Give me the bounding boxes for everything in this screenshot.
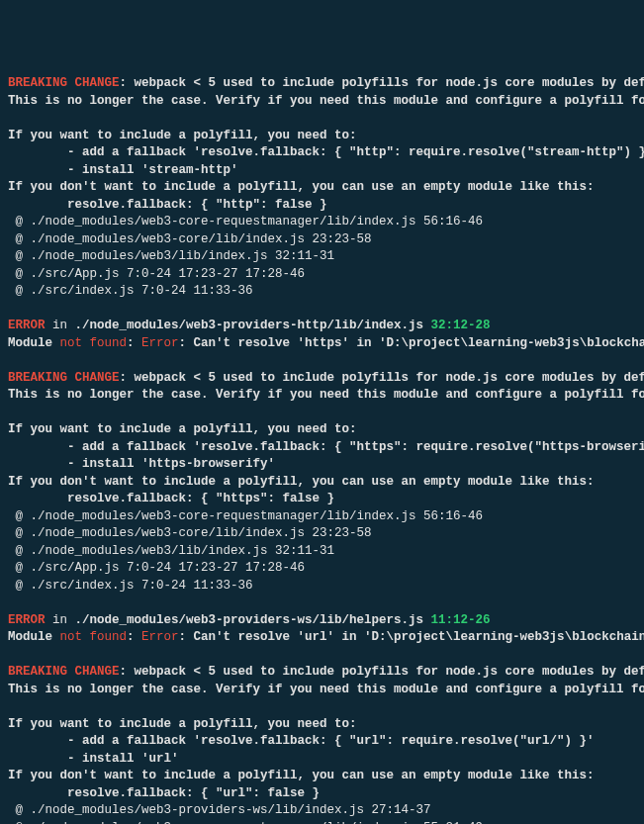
poly-header: If you want to include a polyfill, you n… [8, 421, 636, 439]
empty-fallback: resolve.fallback: { "http": false } [8, 197, 636, 215]
breaking-msg: : webpack < 5 used to include polyfills … [120, 76, 644, 90]
error-word: Error [141, 336, 179, 350]
resolve-msg: : Can't resolve 'url' in 'D:\project\lea… [179, 630, 644, 644]
colon: : [127, 336, 141, 350]
blank-line [8, 647, 636, 665]
poly-header: If you want to include a polyfill, you n… [8, 716, 636, 734]
not-found: not found [60, 336, 128, 350]
breaking-label: BREAKING CHANGE [8, 76, 120, 90]
blank-line [8, 301, 636, 319]
stack-frame: @ ./node_modules/web3-core-requestmanage… [8, 820, 636, 825]
module-not-found: Module not found: Error: Can't resolve '… [8, 629, 636, 647]
blank-line [8, 110, 636, 128]
in-text: in [46, 613, 75, 627]
breaking-change-line: BREAKING CHANGE: webpack < 5 used to inc… [8, 370, 636, 388]
error-header: ERROR in ./node_modules/web3-providers-h… [8, 318, 636, 335]
stack-frame: @ ./node_modules/web3/lib/index.js 32:11… [8, 543, 636, 561]
resolve-msg: : Can't resolve 'https' in 'D:\project\l… [179, 336, 644, 350]
module-not-found: Module not found: Error: Can't resolve '… [8, 335, 636, 353]
stack-frame: @ ./node_modules/web3/lib/index.js 32:11… [8, 248, 636, 266]
error-word: Error [141, 630, 179, 644]
error-loc: 11:12-26 [423, 613, 491, 627]
install-line: - install 'stream-http' [8, 162, 636, 180]
module-word: Module [8, 336, 60, 350]
error-file: ./node_modules/web3-providers-ws/lib/hel… [75, 613, 424, 627]
breaking-msg: : webpack < 5 used to include polyfills … [120, 371, 644, 385]
install-line: - install 'https-browserify' [8, 456, 636, 474]
breaking-msg: : webpack < 5 used to include polyfills … [120, 665, 644, 679]
blank-line [8, 595, 636, 612]
blank-line [8, 698, 636, 716]
poly-header: If you want to include a polyfill, you n… [8, 128, 636, 145]
stack-frame: @ ./src/index.js 7:0-24 11:33-36 [8, 283, 636, 301]
fallback-line: - add a fallback 'resolve.fallback: { "u… [8, 733, 636, 751]
empty-fallback: resolve.fallback: { "https": false } [8, 491, 636, 508]
breaking-label: BREAKING CHANGE [8, 665, 120, 679]
terminal-output: BREAKING CHANGE: webpack < 5 used to inc… [8, 75, 636, 824]
breaking-msg2: This is no longer the case. Verify if yo… [8, 682, 636, 699]
error-label: ERROR [8, 319, 46, 332]
colon: : [127, 630, 141, 644]
fallback-line: - add a fallback 'resolve.fallback: { "h… [8, 439, 636, 457]
nopoly-header: If you don't want to include a polyfill,… [8, 474, 636, 492]
in-text: in [46, 319, 75, 332]
fallback-line: - add a fallback 'resolve.fallback: { "h… [8, 144, 636, 162]
stack-frame: @ ./node_modules/web3-core-requestmanage… [8, 214, 636, 231]
stack-frame: @ ./node_modules/web3-providers-ws/lib/i… [8, 802, 636, 820]
breaking-change-line: BREAKING CHANGE: webpack < 5 used to inc… [8, 75, 636, 93]
blank-line [8, 352, 636, 370]
install-line: - install 'url' [8, 751, 636, 769]
error-header: ERROR in ./node_modules/web3-providers-w… [8, 612, 636, 630]
blank-line [8, 405, 636, 422]
not-found: not found [60, 630, 128, 644]
error-label: ERROR [8, 613, 46, 627]
stack-frame: @ ./node_modules/web3-core/lib/index.js … [8, 231, 636, 249]
stack-frame: @ ./node_modules/web3-core/lib/index.js … [8, 525, 636, 543]
stack-frame: @ ./node_modules/web3-core-requestmanage… [8, 508, 636, 526]
module-word: Module [8, 630, 60, 644]
breaking-label: BREAKING CHANGE [8, 371, 120, 385]
breaking-msg2: This is no longer the case. Verify if yo… [8, 387, 636, 405]
error-loc: 32:12-28 [423, 319, 491, 332]
breaking-msg2: This is no longer the case. Verify if yo… [8, 93, 636, 111]
breaking-change-line: BREAKING CHANGE: webpack < 5 used to inc… [8, 664, 636, 682]
error-file: ./node_modules/web3-providers-http/lib/i… [75, 319, 424, 332]
nopoly-header: If you don't want to include a polyfill,… [8, 179, 636, 197]
nopoly-header: If you don't want to include a polyfill,… [8, 768, 636, 785]
stack-frame: @ ./src/index.js 7:0-24 11:33-36 [8, 578, 636, 595]
stack-frame: @ ./src/App.js 7:0-24 17:23-27 17:28-46 [8, 266, 636, 284]
empty-fallback: resolve.fallback: { "url": false } [8, 785, 636, 803]
stack-frame: @ ./src/App.js 7:0-24 17:23-27 17:28-46 [8, 560, 636, 578]
